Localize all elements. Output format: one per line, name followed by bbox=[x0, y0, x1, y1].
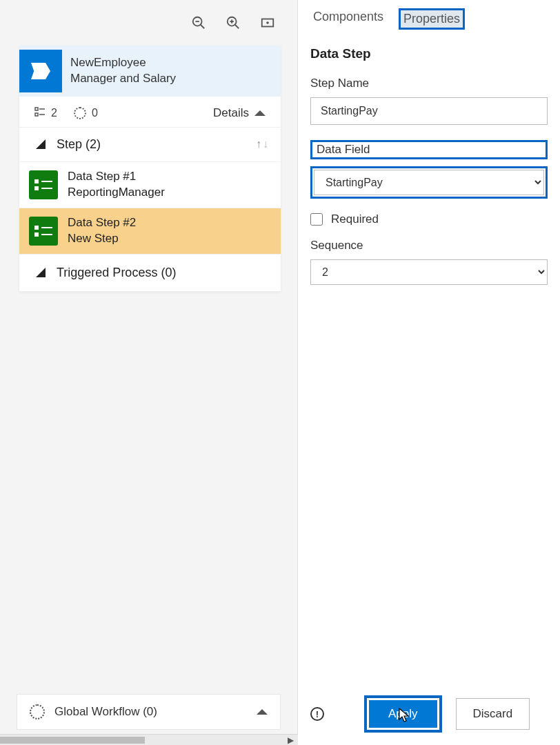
stage-card: NewEmployee Manager and Salary 2 0 Detai… bbox=[19, 46, 281, 292]
step-item-2[interactable]: Data Step #2 New Step bbox=[19, 208, 281, 254]
triggered-process-section[interactable]: Triggered Process (0) bbox=[19, 254, 281, 292]
info-icon[interactable]: ! bbox=[310, 707, 324, 721]
stage-chevron-icon bbox=[19, 50, 62, 92]
svg-point-8 bbox=[267, 22, 268, 23]
details-label: Details bbox=[213, 106, 249, 120]
step-item-title: Data Step #1 bbox=[68, 169, 165, 185]
step-item-sub: New Step bbox=[68, 231, 136, 247]
checklist-count-value: 2 bbox=[51, 107, 57, 119]
global-workflow-bar[interactable]: Global Workflow (0) bbox=[17, 694, 281, 730]
data-field-select-highlight: StartingPay bbox=[310, 166, 548, 199]
stage-header[interactable]: NewEmployee Manager and Salary bbox=[19, 46, 281, 97]
details-toggle[interactable]: Details bbox=[213, 106, 266, 120]
steps-section-label: Step (2) bbox=[57, 137, 256, 152]
sequence-label: Sequence bbox=[310, 239, 548, 252]
panel-footer: ! Apply Discard bbox=[310, 695, 548, 733]
scroll-right-arrow[interactable]: ▶ bbox=[283, 735, 298, 745]
data-field-label: Data Field bbox=[310, 140, 548, 159]
canvas-toolbar bbox=[0, 0, 297, 46]
step-name-label: Step Name bbox=[310, 77, 548, 90]
checklist-count: 2 bbox=[34, 106, 57, 120]
required-label: Required bbox=[331, 212, 379, 226]
required-checkbox[interactable] bbox=[310, 213, 323, 226]
svg-rect-9 bbox=[35, 108, 38, 110]
sequence-select[interactable]: 2 bbox=[310, 259, 548, 285]
designer-panel: NewEmployee Manager and Salary 2 0 Detai… bbox=[0, 0, 298, 745]
stage-title-line2: Manager and Salary bbox=[70, 71, 176, 87]
steps-section-header[interactable]: Step (2) bbox=[19, 127, 281, 161]
step-name-input[interactable] bbox=[310, 97, 548, 125]
data-step-icon bbox=[29, 217, 58, 246]
progress-count-value: 0 bbox=[92, 107, 98, 119]
horizontal-scrollbar[interactable]: ▶ bbox=[0, 734, 298, 745]
reorder-arrows[interactable] bbox=[256, 138, 268, 150]
panel-tabs: Components Properties bbox=[310, 8, 548, 30]
svg-line-1 bbox=[201, 25, 205, 29]
stage-title: NewEmployee Manager and Salary bbox=[62, 46, 184, 97]
triggered-process-label: Triggered Process (0) bbox=[57, 266, 268, 280]
triangle-collapse-icon bbox=[36, 268, 46, 277]
arrow-down-icon[interactable] bbox=[263, 138, 268, 150]
stage-title-line1: NewEmployee bbox=[70, 55, 176, 71]
step-item-title: Data Step #2 bbox=[68, 215, 136, 231]
chevron-up-icon bbox=[254, 110, 266, 116]
tab-properties[interactable]: Properties bbox=[399, 8, 465, 30]
global-workflow-label: Global Workflow (0) bbox=[54, 705, 247, 719]
arrow-up-icon[interactable] bbox=[256, 138, 261, 150]
data-step-icon bbox=[29, 170, 58, 199]
discard-button[interactable]: Discard bbox=[456, 698, 530, 730]
properties-panel: Components Properties Data Step Step Nam… bbox=[298, 0, 560, 745]
svg-rect-11 bbox=[35, 113, 38, 116]
zoom-in-icon[interactable] bbox=[226, 15, 241, 30]
workflow-icon bbox=[30, 704, 45, 719]
scrollbar-thumb[interactable] bbox=[0, 737, 145, 744]
progress-count: 0 bbox=[74, 107, 98, 119]
zoom-out-icon[interactable] bbox=[191, 15, 206, 30]
checklist-icon bbox=[34, 106, 46, 120]
triangle-collapse-icon bbox=[36, 139, 46, 149]
progress-icon bbox=[74, 107, 86, 119]
fit-screen-icon[interactable] bbox=[260, 15, 275, 30]
chevron-up-icon bbox=[257, 709, 268, 715]
apply-button[interactable]: Apply bbox=[369, 700, 437, 728]
data-field-select[interactable]: StartingPay bbox=[314, 170, 544, 195]
tab-components[interactable]: Components bbox=[310, 8, 386, 30]
step-item-sub: ReportingManager bbox=[68, 185, 165, 201]
stage-meta-row: 2 0 Details bbox=[19, 97, 281, 127]
form-heading: Data Step bbox=[310, 46, 548, 61]
step-item-1[interactable]: Data Step #1 ReportingManager bbox=[19, 161, 281, 208]
svg-line-4 bbox=[235, 25, 239, 29]
apply-button-highlight: Apply bbox=[364, 695, 442, 733]
